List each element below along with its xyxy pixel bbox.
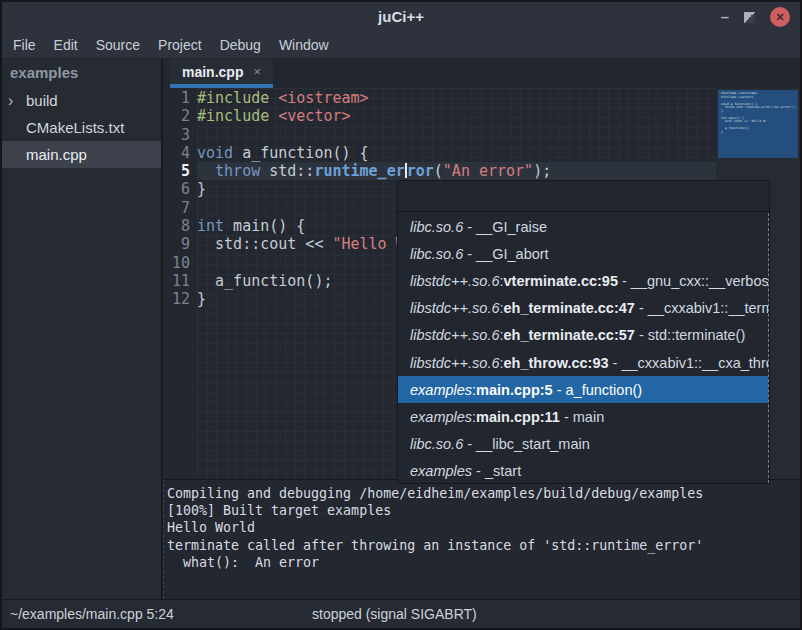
- tree-item-cmakelists-txt[interactable]: CMakeLists.txt: [2, 114, 161, 141]
- line-number: 9: [163, 235, 190, 253]
- menu-item-window[interactable]: Window: [278, 37, 330, 53]
- line-number: 10: [163, 254, 190, 272]
- tree-item-build[interactable]: ›build: [2, 87, 161, 114]
- sidebar: examples ›buildCMakeLists.txtmain.cpp: [2, 59, 163, 599]
- code-line: 3: [163, 126, 716, 144]
- tree-item-label: build: [26, 92, 58, 109]
- code-text: void a_function() {: [197, 144, 369, 162]
- line-number: 11: [163, 272, 190, 290]
- backtrace-item[interactable]: libstdc++.so.6:vterminate.cc:95 - __gnu_…: [398, 267, 768, 294]
- menu-item-source[interactable]: Source: [95, 37, 141, 53]
- menu-item-edit[interactable]: Edit: [53, 37, 79, 53]
- terminal-output[interactable]: Compiling and debugging /home/eidheim/ex…: [163, 479, 800, 599]
- close-button[interactable]: ✕: [770, 7, 790, 27]
- code-text: #include <iostream>: [197, 89, 369, 107]
- code-line: 4void a_function() {: [163, 144, 716, 162]
- chevron-right-icon: ›: [8, 94, 24, 108]
- backtrace-item[interactable]: libc.so.6 - __GI_raise: [398, 213, 768, 240]
- code-text: int main() {: [197, 217, 305, 235]
- app-window: juCi++ – ✕ FileEditSourceProjectDebugWin…: [0, 0, 802, 630]
- window-controls: – ✕: [721, 2, 790, 32]
- debug-status: stopped (signal SIGABRT): [312, 600, 477, 628]
- code-line: 2#include <vector>: [163, 107, 716, 125]
- tree-item-label: CMakeLists.txt: [26, 119, 124, 136]
- line-number: 6: [163, 180, 190, 198]
- line-number: 5: [163, 162, 190, 180]
- code-text: throw std::runtime_error("An error");: [197, 162, 551, 180]
- line-number: 4: [163, 144, 190, 162]
- restore-button[interactable]: [744, 12, 755, 23]
- backtrace-item[interactable]: libc.so.6 - __GI_abort: [398, 240, 768, 267]
- titlebar: juCi++ – ✕: [2, 2, 800, 32]
- backtrace-popup: libc.so.6 - __GI_raiselibc.so.6 - __GI_a…: [397, 180, 770, 484]
- minimize-button[interactable]: –: [721, 12, 729, 22]
- code-line: 1#include <iostream>: [163, 89, 716, 107]
- terminal-text: Compiling and debugging /home/eidheim/ex…: [164, 480, 800, 571]
- window-title: juCi++: [2, 2, 800, 32]
- statusbar: ~/examples/main.cpp 5:24 stopped (signal…: [2, 599, 800, 628]
- menubar: FileEditSourceProjectDebugWindow: [2, 32, 800, 59]
- backtrace-item[interactable]: examples - _start: [398, 458, 768, 483]
- backtrace-list: libc.so.6 - __GI_raiselibc.so.6 - __GI_a…: [398, 213, 769, 483]
- backtrace-item[interactable]: libstdc++.so.6:eh_terminate.cc:57 - std:…: [398, 322, 768, 349]
- project-name: examples: [2, 59, 161, 87]
- code-line: 5 throw std::runtime_error("An error");: [163, 162, 716, 180]
- code-text: std::cout << "Hello W: [197, 235, 405, 253]
- minimap-code: #include <iostream> #include <vector> vo…: [718, 90, 798, 135]
- code-text: }: [197, 180, 206, 198]
- line-number: 2: [163, 107, 190, 125]
- minimap-slider[interactable]: #include <iostream> #include <vector> vo…: [718, 90, 798, 158]
- tree-item-label: main.cpp: [26, 146, 87, 163]
- file-tree: ›buildCMakeLists.txtmain.cpp: [2, 87, 161, 168]
- cursor-position: ~/examples/main.cpp 5:24: [10, 600, 174, 628]
- code-text: #include <vector>: [197, 107, 351, 125]
- line-number: 12: [163, 290, 190, 308]
- line-number: 8: [163, 217, 190, 235]
- code-text: }: [197, 290, 206, 308]
- backtrace-item[interactable]: libstdc++.so.6:eh_terminate.cc:47 - __cx…: [398, 295, 768, 322]
- tabbar: main.cpp ×: [163, 59, 800, 88]
- backtrace-item[interactable]: examples:main.cpp:5 - a_function(): [398, 376, 768, 403]
- line-number: 3: [163, 126, 190, 144]
- menu-item-project[interactable]: Project: [157, 37, 203, 53]
- backtrace-filter-entry[interactable]: [398, 181, 769, 212]
- backtrace-item[interactable]: examples:main.cpp:11 - main: [398, 403, 768, 430]
- tab-label: main.cpp: [182, 64, 243, 80]
- backtrace-item[interactable]: libc.so.6 - __libc_start_main: [398, 431, 768, 458]
- menu-item-file[interactable]: File: [12, 37, 37, 53]
- code-text: a_function();: [197, 272, 332, 290]
- backtrace-item[interactable]: libstdc++.so.6:eh_throw.cc:93 - __cxxabi…: [398, 349, 768, 376]
- tab-main-cpp[interactable]: main.cpp ×: [170, 59, 273, 88]
- line-number: 1: [163, 89, 190, 107]
- tab-close-icon[interactable]: ×: [253, 65, 261, 78]
- menu-item-debug[interactable]: Debug: [219, 37, 262, 53]
- line-number: 7: [163, 199, 190, 217]
- tree-item-main-cpp[interactable]: main.cpp: [2, 141, 161, 168]
